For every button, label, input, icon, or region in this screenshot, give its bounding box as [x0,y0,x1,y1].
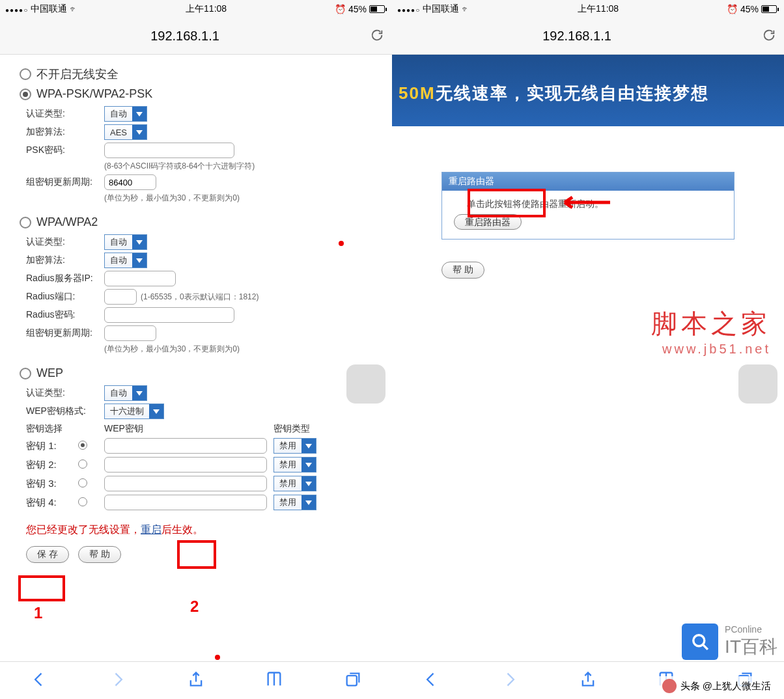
avatar-icon [662,679,677,693]
radius-port-input[interactable] [104,289,137,305]
annotation-box-reboot [468,189,546,217]
url-text: 192.168.1.1 [400,29,754,44]
wep-key4-type-select[interactable]: 禁用 [273,495,316,510]
phone-left: 中国联通 ᯤ 上午11:08 ⏰ 45% 192.168.1.1 不开启无线安全… [0,0,392,699]
chevron-down-icon [149,404,163,418]
refresh-icon[interactable] [370,28,384,45]
wep-key3-radio[interactable] [78,478,87,487]
group-key-label: 组密钥更新周期: [26,176,104,188]
address-bar[interactable]: 192.168.1.1 [392,18,784,55]
chevron-down-icon [132,235,147,249]
help-button[interactable]: 帮 助 [78,546,121,563]
tabs-icon[interactable] [344,670,362,691]
wep-key3-input[interactable] [104,476,267,491]
status-time: 上午11:08 [578,3,619,15]
group-key-hint-2: (单位为秒，最小值为30，不更新则为0) [104,344,376,355]
share-icon[interactable] [579,670,597,691]
svg-point-1 [693,635,705,646]
group-key-input-2[interactable] [104,325,156,341]
label-disable-security: 不开启无线安全 [36,66,119,82]
back-icon[interactable] [422,670,440,691]
wep-format-label: WEP密钥格式: [26,405,104,417]
status-bar: 中国联通 ᯤ 上午11:08 ⏰ 45% [0,0,392,18]
label-wep: WEP [36,366,63,380]
carrier-label: 中国联通 [423,3,459,15]
chevron-down-icon [132,107,147,121]
wep-key1-input[interactable] [104,438,267,454]
radio-disable-security[interactable] [20,68,31,80]
wep-key3-type-select[interactable]: 禁用 [273,476,316,491]
radius-ip-input[interactable] [104,271,176,286]
group-key-input[interactable] [104,174,156,190]
wifi-icon: ᯤ [70,5,77,14]
help-button[interactable]: 帮 助 [441,262,484,279]
save-button[interactable]: 保 存 [26,546,69,563]
radius-port-label: Radius端口: [26,291,104,303]
radio-wep[interactable] [20,368,31,379]
wep-key2-input[interactable] [104,457,267,473]
red-dot-icon [215,655,220,660]
annotation-box-restart [177,540,216,569]
col-wep-key: WEP密钥 [104,423,273,435]
psk-password-label: PSK密码: [26,144,104,156]
wep-key1-type-select[interactable]: 禁用 [273,438,316,454]
col-key-select: 密钥选择 [26,423,104,435]
url-text: 192.168.1.1 [8,29,362,44]
battery-icon [761,5,779,13]
wifi-icon: ᯤ [462,5,469,14]
radio-wpa-wpa2[interactable] [20,217,31,228]
annotation-number-1: 1 [34,604,42,622]
bookmarks-icon[interactable] [265,670,283,691]
page-content-left: 不开启无线安全 WPA-PSK/WPA2-PSK 认证类型: 自动 加密算法: … [0,55,392,661]
red-dot-icon [339,241,344,246]
alarm-icon: ⏰ [727,4,738,14]
auth-type-select-2[interactable]: 自动 [104,234,147,250]
back-icon[interactable] [30,670,48,691]
label-wpa-wpa2: WPA/WPA2 [36,215,98,229]
refresh-icon[interactable] [762,28,776,45]
assistive-touch-icon[interactable] [738,364,777,404]
radius-port-hint: (1-65535，0表示默认端口：1812) [141,292,259,303]
enc-algo-select-2[interactable]: 自动 [104,253,147,268]
wep-key4-input[interactable] [104,495,267,510]
auth-type-select-3[interactable]: 自动 [104,385,147,401]
chevron-down-icon [301,458,316,472]
wep-key1-radio[interactable] [78,441,87,450]
wep-format-select[interactable]: 十六进制 [104,404,164,419]
psk-password-input[interactable] [104,143,234,158]
signal-dots-icon [5,4,28,14]
reboot-panel-title: 重启路由器 [442,172,734,191]
forward-icon[interactable] [109,670,127,691]
annotation-number-2: 2 [190,597,199,616]
banner-slogan: 无线速率，实现无线自由连接梦想 [436,83,709,103]
assistive-touch-icon[interactable] [346,364,385,404]
wep-key2-type-select[interactable]: 禁用 [273,457,316,473]
footer-attribution: 头条 @上犹人微生活 [656,676,777,696]
restart-warning: 您已经更改了无线设置，重启后生效。 [26,523,376,537]
wep-key2-radio[interactable] [78,459,87,469]
chevron-down-icon [132,253,147,267]
enc-algo-select[interactable]: AES [104,124,147,140]
safari-toolbar [0,661,392,699]
annotation-arrow-icon [555,193,613,212]
wep-key4-radio[interactable] [78,497,87,506]
phone-right: 中国联通 ᯤ 上午11:08 ⏰ 45% 192.168.1.1 50M无线速率… [392,0,784,699]
auth-type-select[interactable]: 自动 [104,106,147,122]
status-bar: 中国联通 ᯤ 上午11:08 ⏰ 45% [392,0,784,18]
radius-pwd-input[interactable] [104,307,234,323]
radio-wpa-psk[interactable] [20,89,31,100]
share-icon[interactable] [187,670,205,691]
signal-dots-icon [397,4,420,14]
alarm-icon: ⏰ [335,4,346,14]
status-time: 上午11:08 [186,3,227,15]
pconline-logo: PConline IT百科 [682,624,777,660]
restart-link[interactable]: 重启 [141,524,161,535]
chevron-down-icon [132,125,147,139]
battery-icon [369,5,387,13]
svg-rect-0 [346,676,356,685]
chevron-down-icon [301,476,316,491]
forward-icon[interactable] [501,670,519,691]
banner-speed: 50M [399,83,436,103]
group-key-hint: (单位为秒，最小值为30，不更新则为0) [104,193,376,204]
address-bar[interactable]: 192.168.1.1 [0,18,392,55]
